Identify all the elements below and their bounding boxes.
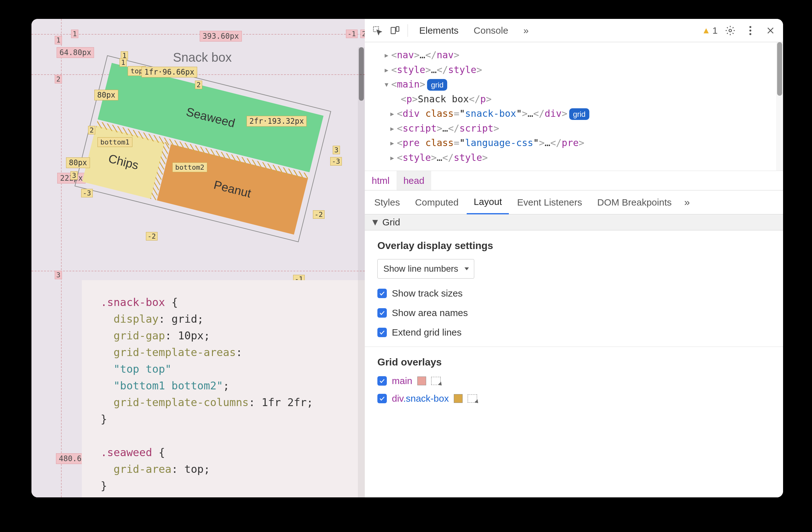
overlay-element-name: div.snack-box (392, 393, 449, 404)
grid-line-number: 1 (55, 36, 62, 44)
grid-area-name: bottom2 (172, 163, 207, 172)
subtab-computed[interactable]: Computed (408, 191, 465, 214)
tab-elements[interactable]: Elements (413, 19, 465, 42)
checkbox-label: Show area names (392, 308, 468, 318)
warning-count[interactable]: ▲ 1 (702, 25, 717, 36)
viewport-scrollbar[interactable] (358, 47, 365, 498)
page-title: Snack box (173, 51, 232, 65)
grid-track-size: 80px (95, 90, 118, 100)
grid-badge[interactable]: grid (427, 79, 447, 91)
svg-rect-1 (391, 27, 396, 34)
overlay-element-name: main (392, 376, 412, 386)
overlay-settings-header: Overlay display settings (377, 240, 770, 252)
checkbox-label: Extend grid lines (392, 327, 462, 338)
devtools-toolbar: Elements Console » ▲ 1 (365, 19, 783, 42)
grid-line (61, 19, 62, 498)
grid-track-size: 2fr·193.32px (247, 116, 307, 127)
grid-track-size: 80px (66, 157, 90, 168)
subtab-layout[interactable]: Layout (467, 191, 509, 214)
dom-scrollbar[interactable] (776, 42, 783, 171)
section-title: Grid (382, 217, 400, 228)
grid-line-number: 2 (88, 126, 95, 135)
subtab-event-listeners[interactable]: Event Listeners (510, 191, 589, 214)
grid-line (31, 34, 365, 34)
select-value: Show line numbers (383, 264, 458, 274)
divider (365, 347, 783, 347)
breadcrumb: html head (365, 171, 783, 191)
warning-icon: ▲ (702, 26, 711, 36)
reveal-element-icon[interactable] (468, 394, 477, 403)
breadcrumb-item-head[interactable]: head (396, 171, 432, 190)
reveal-element-icon[interactable] (431, 377, 440, 385)
settings-icon[interactable] (723, 23, 738, 38)
page-viewport: 1 -1 2 1 2 3 393.60px 64.80px 222px 480.… (31, 19, 365, 498)
checkbox-overlay-main[interactable] (377, 376, 387, 386)
svg-point-5 (750, 29, 751, 31)
svg-point-6 (750, 33, 751, 35)
grid-area-name: bottom1 (98, 137, 132, 147)
grid-line-number: -1 (346, 30, 358, 38)
svg-rect-2 (396, 26, 399, 31)
devtools-panel: Elements Console » ▲ 1 ▸<na (365, 19, 783, 498)
grid-line-number: -3 (330, 157, 342, 166)
color-swatch[interactable] (417, 377, 426, 385)
grid-line (31, 74, 365, 75)
snack-box-grid: Seaweed Chips Peanut (75, 56, 330, 241)
line-numbers-select[interactable]: Show line numbers (377, 259, 474, 279)
layout-panel: Overlay display settings Show line numbe… (365, 230, 783, 498)
grid-line-number: 1 (71, 30, 78, 38)
section-header-grid[interactable]: ▼ Grid (365, 214, 783, 230)
subtab-dom-breakpoints[interactable]: DOM Breakpoints (590, 191, 679, 214)
breadcrumb-item-html[interactable]: html (365, 171, 396, 190)
more-icon[interactable] (743, 23, 758, 38)
checkbox-area-names[interactable] (377, 308, 387, 318)
grid-track-size: 1fr·96.66px (142, 67, 197, 78)
grid-line-number: 1 (119, 58, 127, 67)
svg-point-4 (750, 26, 751, 28)
grid-line-number: 2 (55, 75, 62, 83)
css-code-block: .snack-box { display: grid; grid-gap: 10… (82, 280, 365, 498)
grid-line (31, 271, 365, 271)
grid-track-size: 393.60px (200, 31, 242, 42)
grid-line-number: -3 (81, 189, 93, 197)
separator (408, 24, 408, 37)
grid-badge[interactable]: grid (569, 108, 589, 120)
subtabs-overflow[interactable]: » (681, 196, 693, 208)
grid-line-number: -2 (313, 210, 324, 219)
scrollbar-thumb[interactable] (359, 47, 364, 101)
grid-line-number: -2 (146, 232, 158, 240)
tabs-overflow[interactable]: » (517, 19, 535, 42)
tab-console[interactable]: Console (467, 19, 514, 42)
grid-track-size: 64.80px (57, 47, 94, 58)
inspect-element-icon[interactable] (370, 23, 385, 38)
checkbox-label: Show track sizes (392, 288, 463, 299)
checkbox-extend-lines[interactable] (377, 328, 387, 337)
subtabs: Styles Computed Layout Event Listeners D… (365, 191, 783, 214)
color-swatch[interactable] (454, 394, 463, 403)
scrollbar-thumb[interactable] (777, 42, 782, 96)
grid-line-number: 3 (333, 146, 340, 154)
warning-count-value: 1 (712, 25, 717, 36)
device-toggle-icon[interactable] (388, 23, 403, 38)
checkbox-overlay-snackbox[interactable] (377, 394, 387, 403)
grid-overlays-header: Grid overlays (377, 356, 770, 368)
checkbox-track-sizes[interactable] (377, 289, 387, 298)
grid-line-number: 2 (195, 81, 202, 89)
disclosure-triangle-icon: ▼ (371, 217, 380, 228)
dom-tree[interactable]: ▸<nav>…</nav> ▸<style>…</style> ▾<main>g… (365, 42, 783, 171)
close-icon[interactable] (763, 23, 778, 38)
svg-point-3 (729, 29, 731, 32)
grid-line-number: 3 (55, 271, 62, 279)
grid-line-number: 2 (360, 30, 365, 38)
grid-line-number: 3 (70, 171, 78, 180)
subtab-styles[interactable]: Styles (367, 191, 407, 214)
